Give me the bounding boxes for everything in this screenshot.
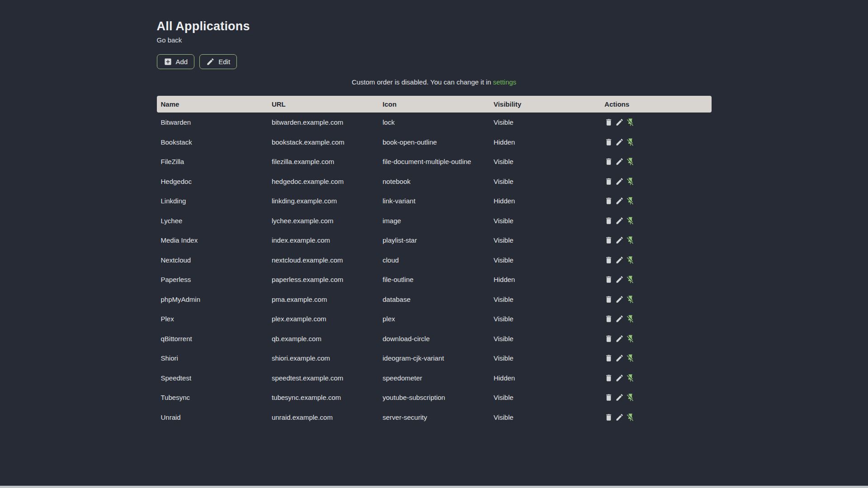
cell-name: FileZilla: [157, 158, 268, 165]
pin-off-icon[interactable]: [626, 275, 635, 284]
cell-icon: speedometer: [378, 374, 489, 382]
horizontal-scrollbar[interactable]: [0, 486, 868, 488]
pin-off-icon[interactable]: [626, 138, 635, 146]
table-row: Bitwarden bitwarden.example.com lock Vis…: [157, 113, 712, 132]
edit-icon[interactable]: [615, 275, 624, 284]
delete-icon[interactable]: [604, 138, 613, 146]
pin-off-icon[interactable]: [626, 256, 635, 264]
edit-icon[interactable]: [615, 314, 624, 323]
settings-link[interactable]: settings: [493, 78, 516, 86]
header-url: URL: [268, 100, 378, 108]
cell-actions: [600, 295, 711, 304]
cell-url: bookstack.example.com: [268, 138, 378, 146]
cell-visibility: Visible: [490, 178, 600, 185]
delete-icon[interactable]: [604, 393, 613, 402]
cell-actions: [600, 374, 711, 382]
delete-icon[interactable]: [604, 295, 613, 304]
cell-visibility: Hidden: [490, 138, 600, 146]
cell-icon: book-open-outline: [378, 138, 489, 146]
table-row: Linkding linkding.example.com link-varia…: [157, 191, 712, 211]
delete-icon[interactable]: [604, 216, 613, 225]
cell-name: Speedtest: [157, 374, 268, 382]
table-row: Plex plex.example.com plex Visible: [157, 309, 712, 329]
cell-url: nextcloud.example.com: [268, 256, 378, 264]
table-body: Bitwarden bitwarden.example.com lock Vis…: [157, 113, 712, 427]
edit-button-label: Edit: [218, 58, 230, 66]
table-row: Tubesync tubesync.example.com youtube-su…: [157, 388, 712, 408]
edit-icon[interactable]: [615, 118, 624, 127]
cell-name: Lychee: [157, 217, 268, 225]
cell-url: plex.example.com: [268, 315, 378, 323]
cell-actions: [600, 236, 711, 244]
delete-icon[interactable]: [604, 177, 613, 186]
delete-icon[interactable]: [604, 157, 613, 166]
pin-off-icon[interactable]: [626, 118, 635, 127]
header-icon: Icon: [378, 100, 489, 108]
pin-off-icon[interactable]: [626, 157, 635, 166]
pencil-icon: [206, 57, 215, 66]
cell-actions: [600, 275, 711, 284]
delete-icon[interactable]: [604, 334, 613, 343]
go-back-link[interactable]: Go back: [157, 36, 182, 44]
edit-icon[interactable]: [615, 256, 624, 264]
header-actions: Actions: [600, 100, 711, 108]
edit-icon[interactable]: [615, 216, 624, 225]
delete-icon[interactable]: [604, 236, 613, 244]
cell-name: Media Index: [157, 236, 268, 244]
pin-off-icon[interactable]: [626, 374, 635, 382]
pin-off-icon[interactable]: [626, 197, 635, 205]
table-row: Lychee lychee.example.com image Visible: [157, 211, 712, 231]
cell-url: index.example.com: [268, 236, 378, 244]
edit-icon[interactable]: [615, 354, 624, 362]
cell-icon: database: [378, 296, 489, 303]
cell-icon: lock: [378, 118, 489, 126]
delete-icon[interactable]: [604, 413, 613, 422]
cell-visibility: Visible: [490, 335, 600, 343]
edit-icon[interactable]: [615, 197, 624, 205]
cell-actions: [600, 177, 711, 186]
delete-icon[interactable]: [604, 314, 613, 323]
edit-button[interactable]: Edit: [199, 54, 237, 69]
cell-icon: youtube-subscription: [378, 394, 489, 401]
add-button[interactable]: Add: [157, 54, 195, 69]
edit-icon[interactable]: [615, 177, 624, 186]
pin-off-icon[interactable]: [626, 334, 635, 343]
pin-off-icon[interactable]: [626, 314, 635, 323]
delete-icon[interactable]: [604, 275, 613, 284]
table-row: Bookstack bookstack.example.com book-ope…: [157, 132, 712, 152]
pin-off-icon[interactable]: [626, 177, 635, 186]
cell-visibility: Visible: [490, 118, 600, 126]
pin-off-icon[interactable]: [626, 216, 635, 225]
delete-icon[interactable]: [604, 197, 613, 205]
cell-icon: download-circle: [378, 335, 489, 343]
delete-icon[interactable]: [604, 256, 613, 264]
cell-visibility: Visible: [490, 394, 600, 401]
pin-off-icon[interactable]: [626, 236, 635, 244]
table-row: Paperless paperless.example.com file-out…: [157, 270, 712, 290]
edit-icon[interactable]: [615, 334, 624, 343]
cell-icon: link-variant: [378, 197, 489, 205]
cell-url: filezilla.example.com: [268, 158, 378, 165]
cell-actions: [600, 413, 711, 422]
edit-icon[interactable]: [615, 138, 624, 146]
pin-off-icon[interactable]: [626, 295, 635, 304]
edit-icon[interactable]: [615, 236, 624, 244]
edit-icon[interactable]: [615, 413, 624, 422]
cell-url: paperless.example.com: [268, 276, 378, 283]
edit-icon[interactable]: [615, 157, 624, 166]
pin-off-icon[interactable]: [626, 393, 635, 402]
edit-icon[interactable]: [615, 393, 624, 402]
pin-off-icon[interactable]: [626, 413, 635, 422]
cell-actions: [600, 118, 711, 127]
delete-icon[interactable]: [604, 354, 613, 362]
edit-icon[interactable]: [615, 295, 624, 304]
settings-applications-page: All Applications Go back Add Edit Custom…: [157, 0, 712, 427]
delete-icon[interactable]: [604, 374, 613, 382]
pin-off-icon[interactable]: [626, 354, 635, 362]
cell-visibility: Visible: [490, 296, 600, 303]
delete-icon[interactable]: [604, 118, 613, 127]
cell-name: phpMyAdmin: [157, 296, 268, 303]
custom-order-notice: Custom order is disabled. You can change…: [157, 78, 712, 86]
plus-box-icon: [164, 57, 172, 66]
edit-icon[interactable]: [615, 374, 624, 382]
